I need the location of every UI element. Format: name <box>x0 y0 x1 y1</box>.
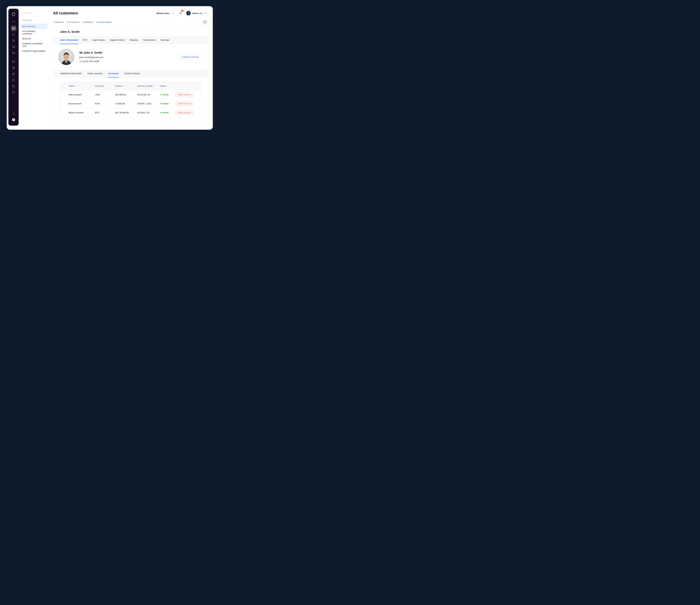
block-account-button[interactable]: Block Account <box>175 92 194 97</box>
help-icon[interactable]: ? <box>11 117 16 123</box>
top-controls: Mozato Com... 3 J Joh <box>154 10 208 16</box>
col-header-status: Status <box>160 85 174 87</box>
top-bar: All customers Mozato Com... 3 <box>53 10 208 16</box>
sidebar-item-segmentation[interactable]: Customer segmentation <box>21 48 47 54</box>
customer-card-icon[interactable] <box>11 25 16 31</box>
subtab-additional-information[interactable]: Additional information <box>60 70 82 78</box>
id-card-icon[interactable] <box>11 44 16 50</box>
sidebar-item-acquisition-cost[interactable]: Customer acquisition cost <box>21 42 47 48</box>
wallet-icon[interactable] <box>11 50 16 56</box>
tab-support-history[interactable]: Support history <box>109 36 125 44</box>
bell-icon <box>179 11 182 15</box>
user-menu[interactable]: J John A. S... <box>185 10 208 16</box>
subtab-contract-history[interactable]: Contract history <box>124 70 140 78</box>
customer-details-card: John A. Smith User information KYC Login… <box>53 26 208 126</box>
tab-earnings[interactable]: Earnings <box>160 36 170 44</box>
nav-section-title: Customers <box>22 12 43 17</box>
customer-name-heading: John A. Smith <box>53 26 208 36</box>
gauge-icon[interactable] <box>11 19 16 25</box>
app-window: ? Customers Summary All customers KYC pe… <box>7 6 213 130</box>
customer-phone: +1 (213) 555-0198 <box>79 60 103 63</box>
block-account-button[interactable]: Block Account <box>175 110 194 115</box>
chevron-right-icon: › <box>81 21 82 23</box>
account-currency: USD <box>95 93 115 96</box>
breadcrumb-customers[interactable]: Customers <box>54 21 64 23</box>
sidebar-item-summary[interactable]: Summary <box>21 17 47 23</box>
briefcase-icon[interactable] <box>11 32 16 37</box>
accounts-table: Name Currency Amount Amount number Statu… <box>60 82 201 117</box>
contact-customer-button[interactable]: Contact Customer <box>179 54 201 60</box>
company-dropdown[interactable]: Mozato Com... <box>154 10 176 16</box>
status-badge: Active <box>160 102 174 105</box>
user-name: John A. S... <box>192 12 203 15</box>
status-dot-icon <box>160 94 161 95</box>
file-copy-icon[interactable] <box>11 83 16 89</box>
calculator-icon[interactable] <box>11 71 16 77</box>
sidebar-item-block-list[interactable]: Block list <box>21 36 47 42</box>
account-amount: $15,000.00 <box>115 93 138 96</box>
chevron-down-icon <box>205 13 206 14</box>
account-number: AU31726..23 <box>138 93 160 96</box>
table-row: Bitcion account BTC BO.75,000.00 GCS312.… <box>60 108 201 117</box>
customer-sub-tabs: Additional information Active sessions A… <box>53 70 208 78</box>
tab-login-history[interactable]: Login history <box>92 36 105 44</box>
tab-user-information[interactable]: User information <box>60 36 78 44</box>
nav-sidebar: Customers Summary All customers KYC pend… <box>19 6 49 130</box>
account-name: Bitcion account <box>69 111 95 114</box>
account-currency: BTC <box>95 111 115 114</box>
tab-transactions[interactable]: Transactions <box>143 36 156 44</box>
close-icon <box>204 21 206 23</box>
close-button[interactable] <box>203 20 207 24</box>
account-name: Main account <box>69 93 95 96</box>
grid-icon[interactable] <box>11 65 16 71</box>
customer-photo <box>58 49 74 65</box>
user-avatar: J <box>186 11 191 16</box>
profile-text: Mr.John A. Smith john.smith@gmail.com +1… <box>79 51 103 63</box>
col-header-amount-number: Amount number <box>138 85 160 87</box>
tab-kyc[interactable]: KYC <box>82 36 88 44</box>
col-header-amount: Amount <box>115 85 138 87</box>
main-content: All customers Mozato Com... 3 <box>49 6 213 130</box>
account-amount: BO.75,000.00 <box>115 111 138 114</box>
breadcrumb-individuals[interactable]: Individuals <box>83 21 93 23</box>
account-currency: EUR <box>95 102 115 105</box>
customer-tabs: User information KYC Login history Suppo… <box>53 36 208 44</box>
breadcrumb-all-customers[interactable]: All customers <box>67 21 79 23</box>
account-number: JD1367...3142 <box>138 102 160 105</box>
archive-box-icon[interactable] <box>11 90 16 95</box>
chevron-right-icon: › <box>94 21 95 23</box>
breadcrumb-row: Customers › All customers › Individuals … <box>54 20 208 24</box>
file-edit-icon[interactable] <box>11 77 16 83</box>
status-dot-icon <box>160 112 161 113</box>
breadcrumb-customer-details[interactable]: Customer details <box>96 21 111 23</box>
chevron-right-icon: › <box>65 21 66 23</box>
account-name: Euro account <box>69 102 95 105</box>
profile-section: Mr.John A. Smith john.smith@gmail.com +1… <box>53 44 208 70</box>
accounts-table-header: Name Currency Amount Amount number Statu… <box>60 82 201 90</box>
breadcrumb: Customers › All customers › Individuals … <box>54 21 111 23</box>
sidebar-item-kyc-pending[interactable]: KYC pending customers <box>21 30 47 35</box>
notifications-button[interactable]: 3 <box>178 10 183 16</box>
company-dropdown-label: Mozato Com... <box>156 12 171 15</box>
icon-rail: ? <box>8 9 19 126</box>
bank-icon[interactable] <box>11 59 16 65</box>
subtab-active-sessions[interactable]: Active sessions <box>87 70 103 78</box>
fruit-logo <box>10 10 17 17</box>
block-account-button[interactable]: Block Account <box>175 101 194 106</box>
tab-disputes[interactable]: Disputes <box>129 36 139 44</box>
sidebar-item-all-customers[interactable]: All customers <box>21 24 47 29</box>
account-amount: 15,000.00 <box>115 102 138 105</box>
receipt-icon[interactable] <box>11 38 16 43</box>
table-row: Euro account EUR 15,000.00 JD1367...3142… <box>60 99 201 108</box>
table-row: Main account USD $15,000.00 AU31726..23 … <box>60 90 201 99</box>
subtab-accounts[interactable]: Accounts <box>108 70 119 78</box>
col-header-name: Name <box>69 85 95 87</box>
page-title: All customers <box>53 11 78 16</box>
customer-full-name: Mr.John A. Smith <box>79 51 103 54</box>
transfer-arrows-icon[interactable] <box>11 111 16 116</box>
col-header-currency: Currency <box>95 85 115 87</box>
status-badge: Active <box>160 111 174 114</box>
status-badge: Active <box>160 93 174 96</box>
status-dot-icon <box>160 103 161 104</box>
notification-badge: 3 <box>181 9 184 12</box>
